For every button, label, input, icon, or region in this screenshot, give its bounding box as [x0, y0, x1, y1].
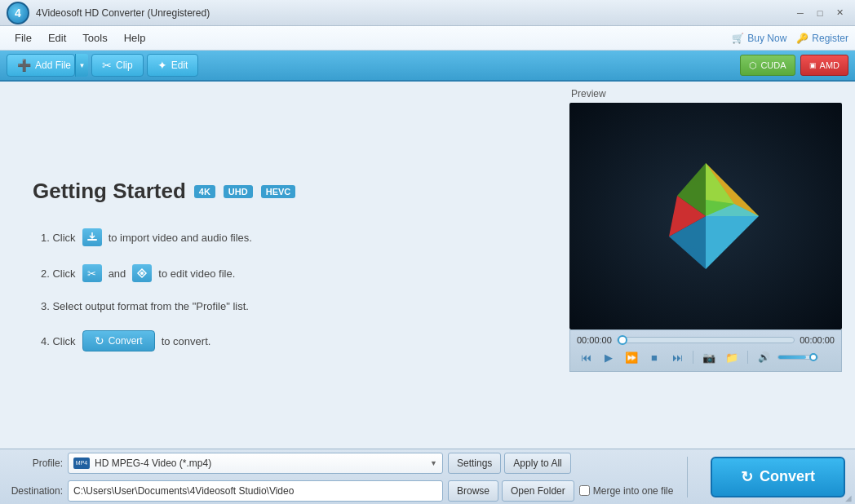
toolbar: ➕ Add File ▼ ✂ Clip ✦ Edit ⬡ CUDA ▣ AMD — [0, 51, 855, 82]
profile-value: HD MPEG-4 Video (*.mp4) — [95, 458, 211, 469]
browse-button[interactable]: Browse — [448, 480, 498, 502]
gs-title-row: Getting Started 4K UHD HEVC — [33, 179, 295, 204]
gs-step-1: 1. Click to import video and audio files… — [41, 228, 252, 246]
progress-bar[interactable] — [617, 337, 795, 343]
volume-dot[interactable] — [809, 353, 817, 361]
menu-help[interactable]: Help — [116, 29, 154, 47]
step2-and: and — [109, 267, 126, 280]
add-file-dropdown[interactable]: ▼ — [75, 54, 88, 77]
play-button[interactable]: ▶ — [600, 348, 618, 366]
apply-to-all-button[interactable]: Apply to All — [504, 453, 570, 474]
cuda-icon: ⬡ — [749, 60, 757, 71]
separator-2 — [747, 351, 748, 364]
time-start: 00:00:00 — [577, 335, 612, 345]
cuda-button[interactable]: ⬡ CUDA — [740, 55, 795, 76]
gs-step-3: 3. Select output format from the "Profil… — [41, 300, 252, 312]
effect-icon — [132, 264, 152, 282]
skip-end-button[interactable]: ⏭ — [668, 348, 686, 366]
profile-actions: Settings Apply to All — [448, 453, 571, 474]
step2-text: to edit video file. — [158, 267, 235, 280]
preview-video — [569, 103, 842, 329]
folder-button[interactable]: 📁 — [723, 348, 741, 366]
close-button[interactable]: ✕ — [831, 4, 848, 22]
time-row: 00:00:00 00:00:00 — [577, 335, 835, 345]
progress-dot[interactable] — [618, 335, 627, 345]
clip-button[interactable]: ✂ Clip — [91, 54, 144, 77]
step3-text: 3. Select output format from the "Profil… — [41, 300, 249, 312]
app-logo: 4 — [7, 2, 29, 24]
cart-icon: 🛒 — [732, 33, 744, 44]
buy-now-link[interactable]: 🛒 Buy Now — [732, 33, 786, 44]
app-title: 4Videosoft HD Converter (Unregistered) — [36, 7, 791, 19]
minimize-button[interactable]: ─ — [791, 4, 809, 22]
volume-button[interactable]: 🔊 — [755, 348, 773, 366]
profile-row: Profile: MP4 HD MPEG-4 Video (*.mp4) ▼ S… — [10, 453, 674, 474]
amd-icon: ▣ — [809, 61, 817, 69]
convert-inline-button[interactable]: ↻ Convert — [82, 330, 155, 351]
gs-steps: 1. Click to import video and audio files… — [41, 228, 252, 351]
edit-button[interactable]: ✦ Edit — [147, 54, 199, 77]
separator-1 — [693, 351, 693, 364]
snapshot-button[interactable]: 📷 — [700, 348, 718, 366]
stop-button[interactable]: ■ — [645, 348, 663, 366]
profile-format-icon: MP4 — [73, 458, 90, 469]
scissors-icon: ✂ — [102, 59, 112, 72]
step4-text: to convert. — [162, 335, 211, 347]
destination-label: Destination: — [10, 485, 63, 497]
destination-actions: Browse Open Folder — [448, 480, 574, 502]
gs-step-2: 2. Click ✂ and to edit video file. — [41, 264, 252, 282]
preview-panel: Preview — [569, 82, 855, 449]
window-controls: ─ □ ✕ — [791, 4, 848, 22]
gs-title: Getting Started — [33, 179, 186, 204]
playback-controls: ⏮ ▶ ⏩ ■ ⏭ 📷 📁 🔊 — [577, 348, 835, 366]
svg-marker-8 — [706, 163, 734, 204]
open-folder-button[interactable]: Open Folder — [502, 480, 574, 502]
convert-main-button[interactable]: ↻ Convert — [711, 457, 845, 497]
import-icon — [82, 228, 102, 246]
svg-marker-4 — [706, 216, 759, 269]
register-link[interactable]: 🔑 Register — [796, 33, 848, 44]
menu-tools[interactable]: Tools — [74, 29, 115, 47]
step1-number: 1. Click — [41, 232, 76, 244]
title-bar: 4 4Videosoft HD Converter (Unregistered)… — [0, 0, 855, 26]
main-area: Getting Started 4K UHD HEVC 1. Click to … — [0, 82, 855, 449]
getting-started-panel: Getting Started 4K UHD HEVC 1. Click to … — [0, 82, 569, 449]
convert-rotate-icon: ↻ — [741, 468, 753, 486]
badge-4k: 4K — [194, 185, 215, 198]
edit-icon: ✦ — [157, 59, 167, 72]
destination-input[interactable] — [68, 480, 443, 502]
restore-button[interactable]: □ — [811, 4, 829, 22]
profile-select[interactable]: MP4 HD MPEG-4 Video (*.mp4) ▼ — [68, 453, 443, 474]
bottom-left: Profile: MP4 HD MPEG-4 Video (*.mp4) ▼ S… — [10, 453, 674, 502]
svg-rect-0 — [87, 239, 97, 241]
toolbar-right: ⬡ CUDA ▣ AMD — [740, 55, 848, 76]
fast-forward-button[interactable]: ⏩ — [622, 348, 640, 366]
badge-uhd: UHD — [224, 185, 253, 198]
gs-step-4: 4. Click ↻ Convert to convert. — [41, 330, 252, 351]
menubar-right: 🛒 Buy Now 🔑 Register — [732, 33, 848, 44]
menu-file[interactable]: File — [7, 29, 40, 47]
merge-row: Merge into one file — [579, 485, 674, 497]
settings-button[interactable]: Settings — [448, 453, 501, 474]
skip-start-button[interactable]: ⏮ — [577, 348, 595, 366]
step2-number: 2. Click — [41, 267, 76, 280]
destination-row: Destination: Browse Open Folder Merge in… — [10, 480, 674, 502]
add-file-button[interactable]: ➕ Add File — [7, 54, 75, 77]
resize-handle: ◢ — [845, 493, 852, 502]
add-file-icon: ➕ — [17, 59, 31, 72]
svg-point-1 — [140, 272, 144, 275]
volume-bar[interactable] — [777, 355, 818, 360]
menu-bar: File Edit Tools Help 🛒 Buy Now 🔑 Registe… — [0, 26, 855, 51]
menu-edit[interactable]: Edit — [40, 29, 74, 47]
step1-text: to import video and audio files. — [109, 232, 252, 244]
convert-arrow-icon: ↻ — [95, 334, 104, 347]
key-icon: 🔑 — [796, 33, 808, 44]
add-file-group: ➕ Add File ▼ — [7, 54, 88, 77]
merge-checkbox[interactable] — [579, 485, 590, 496]
preview-label: Preview — [569, 88, 848, 99]
bottom-bar: Profile: MP4 HD MPEG-4 Video (*.mp4) ▼ S… — [0, 449, 855, 504]
step4-number: 4. Click — [41, 335, 76, 347]
amd-button[interactable]: ▣ AMD — [800, 55, 848, 76]
profile-dropdown-arrow: ▼ — [430, 459, 437, 467]
volume-fill — [778, 356, 806, 359]
